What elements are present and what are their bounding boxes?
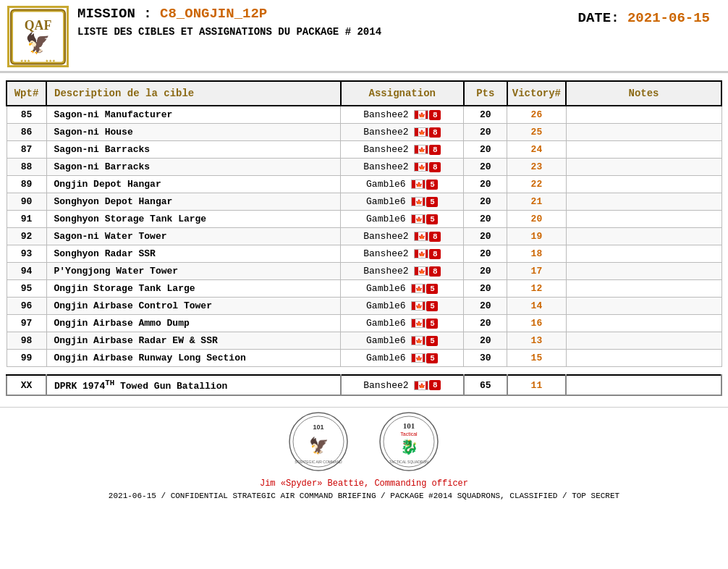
cell-notes (566, 245, 721, 263)
cell-desc: Ongjin Airbase Ammo Dump (46, 315, 341, 332)
table-row: 99 Ongjin Airbase Runway Long Section Ga… (7, 350, 721, 367)
cell-victory: 14 (507, 298, 566, 315)
svg-text:Tactical: Tactical (400, 431, 418, 437)
cell-pts: 20 (464, 298, 507, 315)
cell-assign: Gamble6 🍁 5 (341, 211, 464, 228)
cell-victory: 17 (507, 263, 566, 280)
svg-text:★★★: ★★★ (45, 56, 56, 63)
cell-desc-xx: DPRK 1974TH Towed Gun Batallion (46, 375, 341, 395)
date-section: DATE: 2021-06-15 (578, 10, 710, 26)
cell-desc: Sagon-ni House (46, 124, 341, 141)
svg-text:🐉: 🐉 (400, 438, 418, 456)
cell-desc: Ongjin Storage Tank Large (46, 280, 341, 298)
table-header-row: Wpt# Description de la cible Assignation… (7, 81, 721, 106)
cell-desc: Songhyon Storage Tank Large (46, 211, 341, 228)
cell-desc: Ongjin Airbase Radar EW & SSR (46, 332, 341, 350)
table-container: Wpt# Description de la cible Assignation… (0, 73, 728, 403)
cell-desc: P'Yongjong Water Tower (46, 263, 341, 280)
table-row: 95 Ongjin Storage Tank Large Gamble6 🍁 5… (7, 280, 721, 298)
cell-wpt: 88 (7, 159, 46, 176)
cell-desc: Ongjin Airbase Control Tower (46, 298, 341, 315)
cell-wpt: 95 (7, 280, 46, 298)
cell-pts: 20 (464, 315, 507, 332)
table-row: 89 Ongjin Depot Hangar Gamble6 🍁 5 20 22 (7, 176, 721, 193)
cell-pts: 20 (464, 280, 507, 298)
cell-victory: 26 (507, 106, 566, 124)
cell-victory: 23 (507, 159, 566, 176)
footer-officer: Jim «Spyder» Beattie, Commanding officer (0, 479, 728, 489)
cell-notes (566, 176, 721, 193)
cell-assign-xx: Banshee2 🍁 8 (341, 375, 464, 395)
cell-pts: 20 (464, 193, 507, 211)
table-row: 87 Sagon-ni Barracks Banshee2 🍁 8 20 24 (7, 141, 721, 159)
cell-victory: 15 (507, 350, 566, 367)
col-pts: Pts (464, 81, 507, 106)
qaf-logo-svg: QAF 🦅 ★★★ ★★★ (9, 8, 67, 66)
col-notes: Notes (566, 81, 721, 106)
cell-pts: 20 (464, 228, 507, 245)
cell-victory: 19 (507, 228, 566, 245)
emblem-1-svg: 101 🦅 STRATEGIC AIR COMMAND (288, 411, 350, 473)
emblem-2: 101 Tactical 🐉 TACTICAL SQUADRON (378, 411, 440, 473)
col-victory: Victory# (507, 81, 566, 106)
cell-victory: 13 (507, 332, 566, 350)
cell-pts: 20 (464, 141, 507, 159)
cell-victory: 16 (507, 315, 566, 332)
table-row: 85 Sagon-ni Manufacturer Banshee2 🍁 8 20… (7, 106, 721, 124)
footer: 101 🦅 STRATEGIC AIR COMMAND 101 Tactical… (0, 407, 728, 507)
col-assign: Assignation (341, 81, 464, 106)
svg-text:101: 101 (313, 423, 323, 431)
cell-wpt: 89 (7, 176, 46, 193)
cell-wpt: 85 (7, 106, 46, 124)
cell-pts: 20 (464, 211, 507, 228)
cell-assign: Gamble6 🍁 5 (341, 350, 464, 367)
cell-assign: Banshee2 🍁 8 (341, 228, 464, 245)
cell-wpt: 92 (7, 228, 46, 245)
cell-assign: Gamble6 🍁 5 (341, 315, 464, 332)
subtitle-line: LISTE DES CIBLES ET ASSIGNATIONS DU PACK… (77, 26, 714, 38)
cell-pts: 20 (464, 159, 507, 176)
header: QAF 🦅 ★★★ ★★★ MISSION : C8_ONGJIN_12P LI… (0, 0, 728, 73)
cell-assign: Gamble6 🍁 5 (341, 298, 464, 315)
cell-assign: Gamble6 🍁 5 (341, 176, 464, 193)
cell-victory: 20 (507, 211, 566, 228)
cell-victory: 21 (507, 193, 566, 211)
cell-assign: Banshee2 🍁 8 (341, 263, 464, 280)
cell-wpt: 91 (7, 211, 46, 228)
cell-wpt: 96 (7, 298, 46, 315)
cell-wpt-xx: XX (7, 375, 46, 395)
cell-assign: Banshee2 🍁 8 (341, 245, 464, 263)
targets-table: Wpt# Description de la cible Assignation… (6, 80, 722, 396)
table-row: 88 Sagon-ni Barracks Banshee2 🍁 8 20 23 (7, 159, 721, 176)
cell-pts: 20 (464, 176, 507, 193)
table-row: 90 Songhyon Depot Hangar Gamble6 🍁 5 20 … (7, 193, 721, 211)
cell-assign: Gamble6 🍁 5 (341, 193, 464, 211)
cell-desc: Songhyon Depot Hangar (46, 193, 341, 211)
cell-victory: 24 (507, 141, 566, 159)
cell-wpt: 94 (7, 263, 46, 280)
cell-notes (566, 350, 721, 367)
footer-emblems: 101 🦅 STRATEGIC AIR COMMAND 101 Tactical… (0, 411, 728, 473)
cell-pts-xx: 65 (464, 375, 507, 395)
cell-pts: 20 (464, 106, 507, 124)
cell-notes (566, 280, 721, 298)
table-row: 91 Songhyon Storage Tank Large Gamble6 🍁… (7, 211, 721, 228)
col-wpt: Wpt# (7, 81, 46, 106)
cell-assign: Banshee2 🍁 8 (341, 106, 464, 124)
cell-desc: Sagon-ni Water Tower (46, 228, 341, 245)
svg-text:STRATEGIC AIR COMMAND: STRATEGIC AIR COMMAND (295, 460, 342, 464)
cell-notes (566, 315, 721, 332)
cell-wpt: 93 (7, 245, 46, 263)
cell-wpt: 99 (7, 350, 46, 367)
date-label: DATE: (578, 10, 627, 26)
cell-desc: Ongjin Airbase Runway Long Section (46, 350, 341, 367)
cell-assign: Banshee2 🍁 8 (341, 141, 464, 159)
cell-notes (566, 193, 721, 211)
cell-wpt: 90 (7, 193, 46, 211)
cell-wpt: 86 (7, 124, 46, 141)
spacer-row (7, 367, 721, 376)
table-row: 92 Sagon-ni Water Tower Banshee2 🍁 8 20 … (7, 228, 721, 245)
mission-value: C8_ONGJIN_12P (160, 6, 267, 22)
svg-text:🦅: 🦅 (25, 30, 51, 55)
svg-text:TACTICAL SQUADRON: TACTICAL SQUADRON (389, 460, 428, 464)
